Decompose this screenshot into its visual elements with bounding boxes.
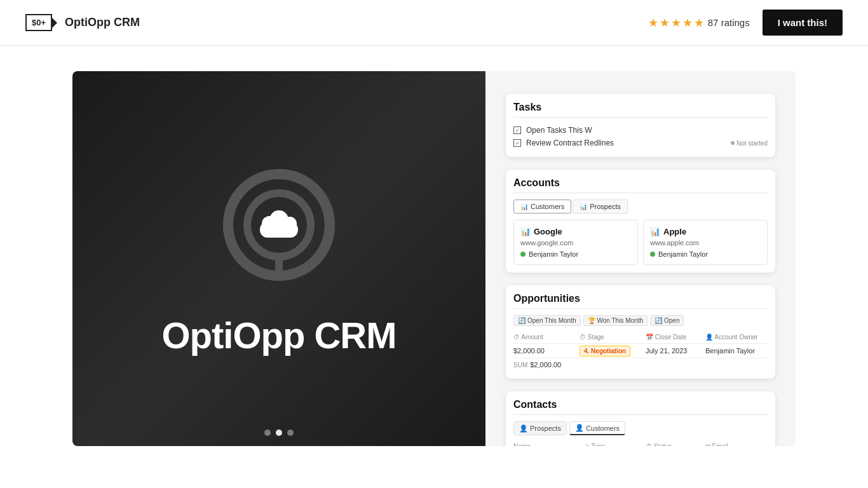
carousel-dots — [264, 430, 294, 436]
account-name-google: 📊 Google — [520, 227, 631, 236]
accounts-tabs: 📊 Customers 📊 Prospects — [513, 200, 768, 214]
opp-tab-icon-1: 🔄 — [518, 317, 526, 324]
cta-button[interactable]: I want this! — [763, 10, 843, 36]
contacts-col-status: ⏱ Status — [646, 443, 703, 446]
main-content: OptiOpp CRM Tasks ✓ Open Tasks This W — [0, 46, 868, 471]
task-checkbox-2[interactable]: ✓ — [513, 139, 521, 147]
account-url-google: www.google.com — [520, 239, 631, 247]
star-3: ★ — [671, 16, 681, 30]
carousel-dot-1[interactable] — [264, 430, 271, 436]
star-5: ★ — [694, 16, 704, 30]
contacts-customers-icon: 👤 — [575, 424, 584, 432]
customers-icon: 📊 — [520, 203, 528, 210]
sum-value: $2,000.00 — [530, 361, 561, 369]
ratings-count: 87 ratings — [708, 17, 750, 28]
account-owner-google: Benjamin Taylor — [520, 250, 631, 258]
ratings-area: ★ ★ ★ ★ ★ 87 ratings — [648, 16, 750, 30]
account-icon-google: 📊 — [520, 227, 531, 236]
opp-tab-open[interactable]: 🔄 Open — [650, 315, 684, 326]
contacts-title: Contacts — [513, 399, 768, 415]
sum-label: SUM — [513, 362, 527, 369]
opp-tab-won-month[interactable]: 🏆 Won This Month — [583, 315, 648, 326]
opp-tab-icon-2: 🏆 — [588, 317, 595, 324]
page-header: $0+ OptiOpp CRM ★ ★ ★ ★ ★ 87 ratings I w… — [0, 0, 868, 46]
task-label-2: Review Contract Redlines — [526, 139, 726, 147]
contacts-prospects-icon: 👤 — [519, 424, 528, 433]
account-card-google[interactable]: 📊 Google www.google.com Benjamin Taylor — [513, 220, 638, 265]
price-badge: $0+ — [25, 14, 52, 31]
opp-tab-open-month[interactable]: 🔄 Open This Month — [513, 315, 581, 326]
accounts-tab-customers[interactable]: 📊 Customers — [513, 200, 571, 214]
owner-dot-google — [520, 252, 526, 257]
opp-col-owner: 👤 Account Owner — [705, 334, 782, 341]
task-checkbox-1[interactable]: ✓ — [513, 126, 521, 134]
accounts-tab-prospects[interactable]: 📊 Prospects — [573, 200, 628, 214]
opp-col-date: 📅 Close Date — [646, 334, 703, 341]
screenshot-container: OptiOpp CRM Tasks ✓ Open Tasks This W — [72, 71, 796, 446]
account-url-apple: www.apple.com — [650, 239, 761, 247]
contacts-table-header: Name ≡ Type ⏱ Status ✉ Email — [513, 440, 768, 446]
account-card-apple[interactable]: 📊 Apple www.apple.com Benjamin Taylor — [643, 220, 768, 265]
opp-table-row-1: $2,000.00 4. Negotiation July 21, 2023 B… — [513, 344, 768, 358]
star-4: ★ — [682, 16, 693, 30]
accounts-title: Accounts — [513, 177, 768, 193]
star-2: ★ — [660, 16, 670, 30]
opp-col-stage: ⏱ Stage — [580, 334, 643, 341]
opportunities-tabs: 🔄 Open This Month 🏆 Won This Month 🔄 Ope… — [513, 315, 768, 326]
star-1: ★ — [648, 16, 658, 30]
opp-date-1: July 21, 2023 — [646, 347, 703, 355]
tasks-panel: Tasks ✓ Open Tasks This W ✓ Review Contr… — [506, 94, 775, 157]
account-icon-apple: 📊 — [650, 227, 660, 236]
accounts-grid: 📊 Google www.google.com Benjamin Taylor — [513, 220, 768, 265]
opp-tab-icon-3: 🔄 — [654, 317, 662, 324]
contacts-col-type: ≡ Type — [586, 443, 643, 446]
prospects-icon: 📊 — [580, 203, 587, 210]
logo-text: OptiOpp CRM — [161, 314, 396, 356]
contacts-tab-customers[interactable]: 👤 Customers — [569, 421, 625, 435]
app-logo-icon — [215, 161, 342, 288]
opp-owner-1: Benjamin Taylor — [705, 347, 782, 355]
opp-table-header: ⏱ Amount ⏱ Stage 📅 Close Date 👤 Account … — [513, 331, 768, 344]
header-left: $0+ OptiOpp CRM — [25, 14, 140, 31]
svg-point-5 — [283, 217, 297, 231]
contacts-col-email: ✉ Email — [705, 443, 769, 446]
task-item-1: ✓ Open Tasks This W — [513, 124, 768, 137]
opportunities-title: Opportunities — [513, 293, 768, 309]
opportunities-panel: Opportunities 🔄 Open This Month 🏆 Won Th… — [506, 285, 775, 379]
task-label-1: Open Tasks This W — [526, 126, 768, 135]
opp-amount-1: $2,000.00 — [513, 347, 577, 355]
contacts-panel: Contacts 👤 Prospects 👤 Customers Name — [506, 391, 775, 446]
opp-col-amount: ⏱ Amount — [513, 334, 577, 341]
account-owner-apple: Benjamin Taylor — [650, 250, 761, 258]
star-rating: ★ ★ ★ ★ ★ — [648, 16, 704, 30]
accounts-panel: Accounts 📊 Customers 📊 Prospects — [506, 170, 775, 273]
app-title: OptiOpp CRM — [65, 16, 140, 29]
account-name-apple: 📊 Apple — [650, 227, 761, 236]
contacts-tabs: 👤 Prospects 👤 Customers — [513, 421, 768, 435]
not-started-badge: Not started — [731, 140, 768, 147]
owner-dot-apple — [650, 252, 655, 257]
carousel-dot-3[interactable] — [287, 430, 294, 436]
opp-stage-badge: 4. Negotiation — [580, 347, 643, 355]
header-right: ★ ★ ★ ★ ★ 87 ratings I want this! — [648, 10, 843, 36]
carousel-dot-2[interactable] — [276, 430, 282, 436]
opp-sum-row: SUM $2,000.00 — [513, 358, 768, 371]
tasks-title: Tasks — [513, 102, 768, 118]
contacts-tab-prospects[interactable]: 👤 Prospects — [513, 421, 567, 435]
branding-panel: OptiOpp CRM — [72, 71, 485, 446]
task-item-2: ✓ Review Contract Redlines Not started — [513, 137, 768, 149]
ui-preview-panel: Tasks ✓ Open Tasks This W ✓ Review Contr… — [485, 71, 796, 446]
contacts-col-name: Name — [513, 443, 583, 446]
